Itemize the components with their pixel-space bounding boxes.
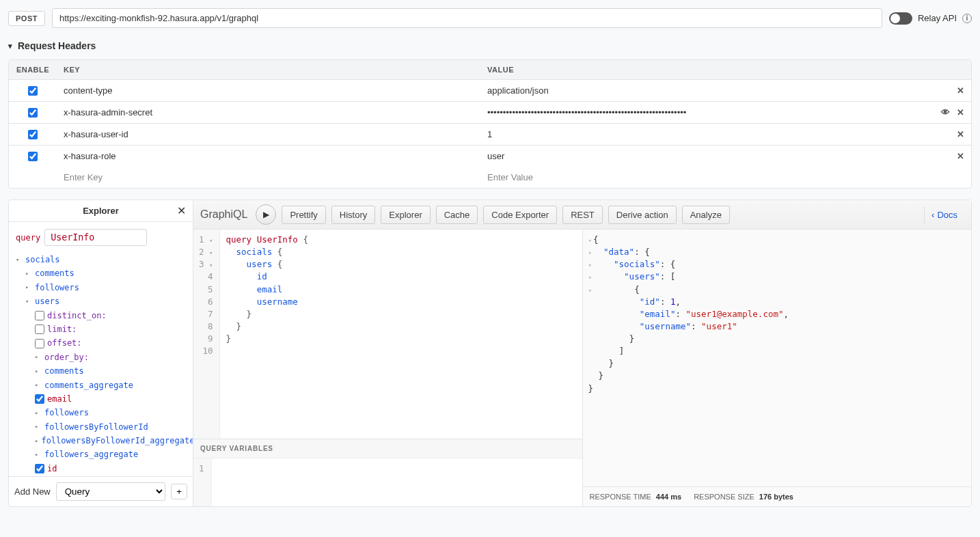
caret-right-icon[interactable]: ▸ — [35, 380, 42, 390]
caret-right-icon[interactable]: ▸ — [35, 352, 42, 362]
docs-button[interactable]: ‹ Docs — [924, 206, 964, 223]
add-new-label: Add New — [14, 486, 51, 497]
header-value[interactable]: user — [480, 146, 923, 167]
header-key[interactable]: content-type — [57, 80, 480, 101]
explorer-pane: Explorer ✕ query ▾socials▸comments▸follo… — [9, 200, 193, 506]
tree-field[interactable]: id — [47, 462, 57, 476]
tree-field[interactable]: email — [47, 392, 72, 406]
query-variables-pane: QUERY VARIABLES 1 — [193, 439, 582, 506]
field-checkbox[interactable] — [35, 464, 44, 473]
caret-right-icon[interactable]: ▸ — [35, 450, 42, 460]
header-value[interactable]: ••••••••••••••••••••••••••••••••••••••••… — [480, 102, 923, 123]
caret-right-icon[interactable]: ▸ — [35, 366, 42, 376]
field-checkbox[interactable] — [35, 311, 44, 320]
info-icon[interactable]: i — [962, 14, 972, 23]
query-name-input[interactable] — [44, 229, 147, 246]
explorer-button[interactable]: Explorer — [381, 206, 430, 224]
request-headers-toggle[interactable]: ▾ Request Headers — [8, 40, 972, 51]
code-exporter-button[interactable]: Code Exporter — [483, 206, 557, 224]
editor-area: 1 ▾2 ▾3 ▾45678910 query UserInfo { socia… — [193, 230, 971, 506]
tree-node[interactable]: followers — [44, 406, 89, 419]
endpoint-url-input[interactable] — [52, 8, 882, 28]
header-new-row — [9, 167, 971, 188]
tree-node[interactable]: comments_aggregate — [44, 378, 133, 392]
remove-header-icon[interactable]: ✕ — [957, 151, 964, 161]
result-column: ▾{▾ "data": {▾ "socials": {▾ "users": [▾… — [583, 230, 972, 506]
tree-arg[interactable]: order_by: — [44, 350, 89, 364]
tree-node[interactable]: followersByFollowerId — [44, 420, 148, 434]
field-checkbox[interactable] — [35, 339, 44, 348]
caret-down-icon[interactable]: ▾ — [25, 297, 32, 307]
header-key[interactable]: x-hasura-role — [57, 146, 480, 167]
rest-button[interactable]: REST — [562, 206, 603, 224]
add-new-button[interactable]: + — [171, 484, 187, 499]
chevron-left-icon: ‹ — [931, 210, 934, 220]
prettify-button[interactable]: Prettify — [282, 206, 325, 224]
docs-label: Docs — [937, 210, 957, 220]
explorer-footer: Add New Query + — [9, 476, 193, 506]
caret-down-icon[interactable]: ▾ — [16, 255, 23, 265]
header-key-input[interactable] — [64, 172, 474, 182]
col-value: VALUE — [480, 60, 923, 79]
graphiql-title: GraphiQL — [200, 208, 247, 221]
header-row: content-typeapplication/json✕ — [9, 80, 971, 102]
caret-right-icon[interactable]: ▸ — [35, 422, 42, 432]
field-checkbox[interactable] — [35, 394, 44, 404]
relay-toggle-switch[interactable] — [889, 12, 912, 25]
remove-header-icon[interactable]: ✕ — [957, 107, 964, 118]
center-pane: GraphiQL ▶ PrettifyHistoryExplorerCacheC… — [193, 200, 971, 506]
header-enable-checkbox[interactable] — [28, 152, 38, 161]
analyze-button[interactable]: Analyze — [682, 206, 730, 224]
tree-node[interactable]: comments — [35, 266, 74, 280]
relay-toggle-group: Relay API i — [889, 12, 972, 25]
query-variables-editor[interactable]: 1 — [193, 458, 582, 506]
header-enable-checkbox[interactable] — [28, 108, 38, 118]
query-column: 1 ▾2 ▾3 ▾45678910 query UserInfo { socia… — [193, 230, 583, 506]
derive-action-button[interactable]: Derive action — [608, 206, 677, 224]
headers-table-head: ENABLE KEY VALUE — [9, 60, 971, 80]
explorer-body: query ▾socials▸comments▸followers▾usersd… — [9, 222, 193, 476]
tree-arg[interactable]: limit: — [47, 322, 77, 336]
tree-arg[interactable]: offset: — [47, 336, 82, 350]
header-value-input[interactable] — [487, 172, 916, 182]
explorer-title: Explorer — [83, 206, 119, 216]
header-value[interactable]: 1 — [480, 124, 923, 145]
tree-node[interactable]: users — [35, 294, 59, 308]
header-key[interactable]: x-hasura-user-id — [57, 124, 480, 145]
graphiql-toolbar: GraphiQL ▶ PrettifyHistoryExplorerCacheC… — [193, 200, 971, 230]
query-variables-title[interactable]: QUERY VARIABLES — [193, 439, 582, 458]
remove-header-icon[interactable]: ✕ — [957, 129, 964, 139]
add-new-select[interactable]: Query — [56, 482, 165, 501]
eye-icon[interactable]: 👁 — [941, 107, 950, 118]
http-method-badge: POST — [8, 11, 45, 26]
tree-node[interactable]: followers_aggregate — [44, 448, 138, 461]
query-editor[interactable]: 1 ▾2 ▾3 ▾45678910 query UserInfo { socia… — [193, 230, 582, 439]
tree-node-socials[interactable]: socials — [25, 253, 60, 266]
header-key[interactable]: x-hasura-admin-secret — [57, 102, 480, 123]
remove-header-icon[interactable]: ✕ — [957, 85, 964, 96]
header-row: x-hasura-admin-secret•••••••••••••••••••… — [9, 102, 971, 124]
caret-right-icon[interactable]: ▸ — [25, 268, 32, 279]
header-enable-checkbox[interactable] — [28, 86, 38, 96]
caret-right-icon[interactable]: ▸ — [35, 436, 38, 446]
tree-arg[interactable]: distinct_on: — [47, 309, 107, 322]
col-key: KEY — [57, 60, 480, 79]
tree-node[interactable]: comments — [44, 364, 84, 378]
execute-button[interactable]: ▶ — [256, 204, 276, 225]
cache-button[interactable]: Cache — [436, 206, 478, 224]
field-checkbox[interactable] — [35, 325, 44, 334]
close-icon[interactable]: ✕ — [177, 204, 186, 217]
response-size: RESPONSE SIZE 176 bytes — [694, 493, 793, 501]
tree-node[interactable]: followersByFollowerId_aggregate — [41, 434, 193, 448]
caret-right-icon[interactable]: ▸ — [25, 282, 32, 292]
header-enable-checkbox[interactable] — [28, 130, 38, 139]
col-enable: ENABLE — [9, 60, 57, 79]
caret-right-icon[interactable]: ▸ — [35, 408, 42, 418]
result-viewer[interactable]: ▾{▾ "data": {▾ "socials": {▾ "users": [▾… — [583, 230, 972, 486]
tree-node[interactable]: followers — [35, 281, 79, 294]
endpoint-bar: POST Relay API i — [8, 8, 972, 28]
history-button[interactable]: History — [331, 206, 375, 224]
chevron-down-icon: ▾ — [8, 42, 12, 51]
request-headers-title: Request Headers — [18, 40, 96, 51]
header-value[interactable]: application/json — [480, 80, 923, 101]
